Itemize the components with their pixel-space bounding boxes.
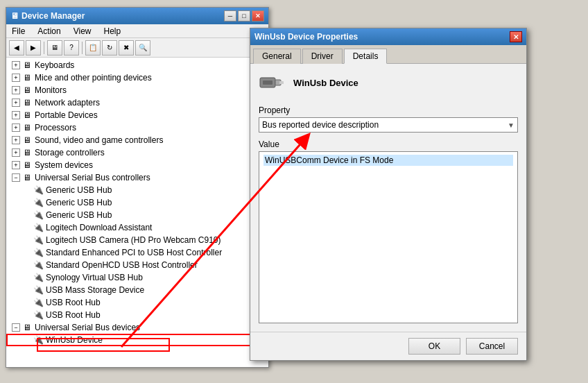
tab-general[interactable]: General <box>253 49 301 64</box>
tree-item-label: Synology Virtual USB Hub <box>46 272 143 283</box>
tree-item-label: USB Mass Storage Device <box>46 284 144 296</box>
menu-action[interactable]: Action <box>35 26 63 37</box>
expand-icon[interactable]: − <box>12 173 20 182</box>
expand-icon[interactable]: + <box>12 74 20 82</box>
device-category-icon: 🔌 <box>33 197 44 208</box>
menu-view[interactable]: View <box>71 26 94 37</box>
cancel-button[interactable]: Cancel <box>466 338 518 355</box>
expand-icon[interactable]: − <box>12 323 20 332</box>
device-category-icon: 🔌 <box>33 185 44 196</box>
tree-item[interactable]: 🔌USB Root Hub <box>6 296 268 309</box>
expand-icon[interactable]: + <box>12 111 20 119</box>
maximize-button[interactable]: □ <box>238 10 250 22</box>
expand-icon[interactable]: + <box>12 99 20 107</box>
device-category-icon: 🖥 <box>21 122 33 133</box>
computer-icon-btn[interactable]: 🖥 <box>47 40 62 56</box>
tree-item-label: Portable Devices <box>35 110 98 121</box>
toolbar: ◀ ▶ 🖥 ? 📋 ↻ ✖ 🔍 <box>6 38 268 58</box>
tree-item[interactable]: 🔌Logitech Download Assistant <box>6 221 268 234</box>
expand-icon[interactable]: + <box>12 148 20 157</box>
tree-item[interactable]: 🔌Standard OpenHCD USB Host Controller <box>6 259 268 271</box>
help-button[interactable]: ? <box>64 40 79 56</box>
update-button[interactable]: ↻ <box>102 40 117 56</box>
tree-item-label: Mice and other pointing devices <box>35 72 152 83</box>
dialog-body: WinUsb Device Property Bus reported devi… <box>250 64 526 332</box>
tree-item[interactable]: 🔌Generic USB Hub <box>6 209 268 221</box>
tree-item-label: Logitech Download Assistant <box>46 222 152 233</box>
dialog-device-name: WinUsb Device <box>293 78 358 88</box>
property-dropdown[interactable]: Bus reported device description ▼ <box>259 117 518 133</box>
tree-item-label: Standard Enhanced PCI to USB Host Contro… <box>46 247 222 258</box>
tree-item[interactable]: +🖥Storage controllers <box>6 146 268 159</box>
forward-button[interactable]: ▶ <box>26 40 41 56</box>
tree-item-label: WinUsb Device <box>46 334 103 346</box>
device-icon-large <box>259 72 286 93</box>
tree-item-label: System devices <box>35 160 93 171</box>
tree-item-label: Network adapters <box>35 97 100 108</box>
property-section: Property Bus reported device description… <box>259 105 518 133</box>
tree-item[interactable]: 🔌Synology Virtual USB Hub <box>6 271 268 284</box>
tab-bar: General Driver Details <box>250 45 526 64</box>
tree-item[interactable]: 🔌Logitech USB Camera (HD Pro Webcam C910… <box>6 234 268 246</box>
device-category-icon: 🖥 <box>21 60 33 71</box>
tree-item-label: Sound, video and game controllers <box>35 135 163 146</box>
tree-item[interactable]: 🔌USB Mass Storage Device <box>6 284 268 296</box>
tab-driver[interactable]: Driver <box>302 49 343 64</box>
tree-item-label: Generic USB Hub <box>46 185 112 196</box>
tree-item[interactable]: 🔌Standard Enhanced PCI to USB Host Contr… <box>6 246 268 259</box>
tree-item[interactable]: 🔌USB Root Hub <box>6 309 268 321</box>
tree-item[interactable]: 🔌Generic USB Hub <box>6 184 268 196</box>
title-bar-controls: ─ □ ✕ <box>224 10 264 22</box>
device-category-icon: 🔌 <box>33 210 44 221</box>
tree-item-label: Generic USB Hub <box>46 210 112 221</box>
tree-item[interactable]: −🖥Universal Serial Bus controllers <box>6 171 268 184</box>
expand-icon[interactable]: + <box>12 124 20 132</box>
value-section: Value WinUSBComm Device in FS Mode <box>259 139 518 323</box>
expand-icon[interactable]: + <box>12 161 20 169</box>
device-category-icon: 🖥 <box>21 72 33 83</box>
tree-item-label: Processors <box>35 122 76 133</box>
tree-item[interactable]: −🖥Universal Serial Bus devices <box>6 321 268 334</box>
svg-rect-3 <box>263 80 273 85</box>
tree-item-label: USB Root Hub <box>46 297 101 308</box>
tree-item[interactable]: 🔌WinUsb Device <box>6 334 268 346</box>
tree-item-label: Keyboards <box>35 60 74 71</box>
device-category-icon: 🔌 <box>33 272 44 283</box>
property-label: Property <box>259 105 518 115</box>
tree-item[interactable]: 🔌Generic USB Hub <box>6 196 268 209</box>
dropdown-arrow-icon: ▼ <box>508 121 514 129</box>
tree-item[interactable]: +🖥Keyboards <box>6 59 268 71</box>
property-dropdown-value: Bus reported device description <box>262 120 379 130</box>
device-tree[interactable]: +🖥Keyboards+🖥Mice and other pointing dev… <box>6 58 268 367</box>
menu-help[interactable]: Help <box>101 26 124 37</box>
back-button[interactable]: ◀ <box>9 40 24 56</box>
tab-details[interactable]: Details <box>344 49 388 64</box>
toolbar-sep1 <box>44 42 44 54</box>
device-category-icon: 🖥 <box>21 85 33 96</box>
title-bar-left: 🖥 Device Manager <box>10 11 85 21</box>
close-button[interactable]: ✕ <box>252 10 264 22</box>
value-content: WinUSBComm Device in FS Mode <box>263 155 513 166</box>
ok-button[interactable]: OK <box>408 338 460 355</box>
tree-item[interactable]: +🖥Monitors <box>6 84 268 96</box>
dialog-close-button[interactable]: ✕ <box>510 31 522 42</box>
properties-button[interactable]: 📋 <box>85 40 101 56</box>
tree-item[interactable]: +🖥Mice and other pointing devices <box>6 71 268 84</box>
expand-icon[interactable]: + <box>12 136 20 144</box>
minimize-button[interactable]: ─ <box>224 10 236 22</box>
device-category-icon: 🖥 <box>21 135 33 146</box>
uninstall-button[interactable]: ✖ <box>119 40 134 56</box>
scan-button[interactable]: 🔍 <box>135 40 150 56</box>
device-category-icon: 🖥 <box>21 160 33 171</box>
tree-item-label: Standard OpenHCD USB Host Controller <box>46 259 198 271</box>
device-category-icon: 🔌 <box>33 334 44 346</box>
menu-file[interactable]: File <box>9 26 28 37</box>
tree-item[interactable]: +🖥System devices <box>6 159 268 171</box>
expand-icon[interactable]: + <box>12 61 20 69</box>
expand-icon[interactable]: + <box>12 86 20 94</box>
tree-item[interactable]: +🖥Portable Devices <box>6 109 268 121</box>
tree-item[interactable]: +🖥Network adapters <box>6 96 268 109</box>
tree-item[interactable]: +🖥Sound, video and game controllers <box>6 134 268 146</box>
tree-item[interactable]: +🖥Processors <box>6 121 268 134</box>
toolbar-sep2 <box>82 42 83 54</box>
